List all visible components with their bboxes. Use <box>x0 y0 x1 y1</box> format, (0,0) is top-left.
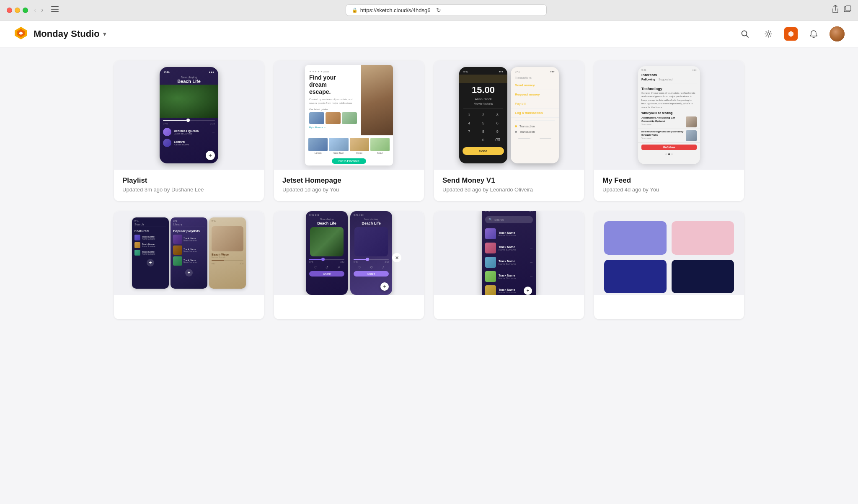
card-title-music-screens <box>122 302 256 309</box>
card-info-jetset: Jetset Homepage Updated 1d ago by You <box>274 170 424 201</box>
back-button[interactable]: ‹ <box>32 5 38 15</box>
settings-button[interactable] <box>761 26 776 41</box>
reload-button[interactable]: ↻ <box>436 7 441 13</box>
card-title-send-money: Send Money V1 <box>442 176 576 185</box>
card-info-beach-life <box>274 295 424 319</box>
card-preview-color-palette <box>594 211 744 295</box>
chevron-down-icon: ▾ <box>103 31 106 37</box>
close-button[interactable] <box>7 8 12 13</box>
projects-grid-row1: 9:41 ●●● New playing Beach Life <box>114 61 744 201</box>
minimize-button[interactable] <box>15 8 20 13</box>
card-title-playlist: Playlist <box>122 176 256 185</box>
project-card-send-money[interactable]: 9:41 ●●● 15.00 Anna Black Movie tickets … <box>434 61 584 201</box>
browser-chrome: ‹ › 🔒 https://sketch.cloud/s/4hdsg6 ↻ <box>0 0 858 21</box>
card-title-my-feed: My Feed <box>602 176 736 185</box>
music-search-mockup: 9:41 ●●● 🔍 Search <box>477 211 541 295</box>
playlist-add-btn[interactable]: + <box>206 151 215 160</box>
projects-grid-row2-wrapper: 9:41 ⋯ Search Featured Track Name Name S… <box>114 211 744 319</box>
card-info-my-feed: My Feed Updated 4d ago by You <box>594 170 744 201</box>
beach-life-mockup: 9:41 ●●● Now playing Beach Life 0:453:52 <box>301 211 397 295</box>
main-content: 9:41 ●●● New playing Beach Life <box>94 47 764 333</box>
card-preview-beach-life: 9:41 ●●● Now playing Beach Life 0:453:52 <box>274 211 424 295</box>
sidebar-toggle-button[interactable] <box>49 5 60 15</box>
card-preview-playlist: 9:41 ●●● New playing Beach Life <box>114 61 264 170</box>
playlist-mockup: 9:41 ●●● New playing Beach Life <box>160 67 218 163</box>
header-left: Monday Studio ▾ <box>13 26 106 42</box>
card-meta-jetset: Updated 1d ago by You <box>282 186 416 193</box>
sketch-app-icon[interactable] <box>784 27 798 41</box>
card-title-music-search <box>442 302 576 309</box>
project-card-playlist[interactable]: 9:41 ●●● New playing Beach Life <box>114 61 264 201</box>
send-money-mockup: 9:41 ●●● 15.00 Anna Black Movie tickets … <box>459 67 559 163</box>
beach-dismiss-button[interactable]: ✕ <box>392 253 401 262</box>
color-palette-mockup <box>594 211 744 295</box>
forward-button[interactable]: › <box>39 5 45 15</box>
project-card-jetset[interactable]: ✦ ✦ ✦ ✦ ✦ jetset Find yourdreamescape. C… <box>274 61 424 201</box>
project-card-music-screens[interactable]: 9:41 ⋯ Search Featured Track Name Name S… <box>114 211 264 319</box>
card-info-music-search <box>434 295 584 319</box>
swatch-dark-navy <box>672 260 734 293</box>
swatch-navy <box>604 260 667 293</box>
lock-icon: 🔒 <box>352 8 358 13</box>
card-preview-jetset: ✦ ✦ ✦ ✦ ✦ jetset Find yourdreamescape. C… <box>274 61 424 170</box>
feed-mockup: 9:41●●● Interests Following Suggested Te… <box>638 66 700 164</box>
svg-rect-4 <box>846 6 851 11</box>
card-meta-my-feed: Updated 4d ago by You <box>602 186 736 193</box>
music-search-add-button[interactable]: + <box>524 287 532 295</box>
card-title-beach-life <box>282 302 416 309</box>
url-text: https://sketch.cloud/s/4hdsg6 <box>360 7 431 13</box>
project-card-beach-life[interactable]: 9:41 ●●● Now playing Beach Life 0:453:52 <box>274 211 424 319</box>
beach-add-button[interactable]: + <box>380 282 389 291</box>
sketch-logo <box>13 26 28 42</box>
new-tab-button[interactable] <box>844 5 851 15</box>
project-card-my-feed[interactable]: 9:41●●● Interests Following Suggested Te… <box>594 61 744 201</box>
card-info-playlist: Playlist Updated 3m ago by Dushane Lee <box>114 170 264 201</box>
jetset-mockup: ✦ ✦ ✦ ✦ ✦ jetset Find yourdreamescape. C… <box>305 65 393 165</box>
traffic-lights <box>7 8 28 13</box>
projects-grid-row2: 9:41 ⋯ Search Featured Track Name Name S… <box>114 211 744 319</box>
share-button[interactable] <box>832 5 839 15</box>
svg-point-10 <box>767 33 770 35</box>
card-meta-playlist: Updated 3m ago by Dushane Lee <box>122 186 256 193</box>
card-preview-music-screens: 9:41 ⋯ Search Featured Track Name Name S… <box>114 211 264 295</box>
notifications-button[interactable] <box>806 26 821 41</box>
card-preview-send-money: 9:41 ●●● 15.00 Anna Black Movie tickets … <box>434 61 584 170</box>
card-preview-music-search: 9:41 ●●● 🔍 Search <box>434 211 584 295</box>
card-preview-my-feed: 9:41●●● Interests Following Suggested Te… <box>594 61 744 170</box>
user-avatar[interactable] <box>830 26 845 41</box>
svg-rect-0 <box>51 6 59 7</box>
address-bar[interactable]: 🔒 https://sketch.cloud/s/4hdsg6 ↻ <box>346 4 547 16</box>
card-info-music-screens <box>114 295 264 319</box>
svg-point-9 <box>742 31 747 36</box>
header-right <box>737 26 845 41</box>
card-meta-send-money: Updated 3d ago by Leonardo Oliveira <box>442 186 576 193</box>
svg-rect-2 <box>51 11 59 12</box>
card-title-color-palette <box>602 302 736 309</box>
workspace-name-text: Monday Studio <box>34 28 100 39</box>
project-card-color-palette[interactable] <box>594 211 744 319</box>
card-info-send-money: Send Money V1 Updated 3d ago by Leonardo… <box>434 170 584 201</box>
svg-rect-1 <box>51 9 59 10</box>
maximize-button[interactable] <box>23 8 28 13</box>
swatch-purple <box>604 221 667 255</box>
card-title-jetset: Jetset Homepage <box>282 176 416 185</box>
app-header: Monday Studio ▾ <box>0 21 858 47</box>
workspace-name[interactable]: Monday Studio ▾ <box>34 28 106 39</box>
card-info-color-palette <box>594 295 744 319</box>
project-card-music-search[interactable]: 9:41 ●●● 🔍 Search <box>434 211 584 319</box>
music-screens-mockup: 9:41 ⋯ Search Featured Track Name Name S… <box>128 213 250 293</box>
search-button[interactable] <box>737 26 752 41</box>
swatch-pink <box>672 221 734 255</box>
